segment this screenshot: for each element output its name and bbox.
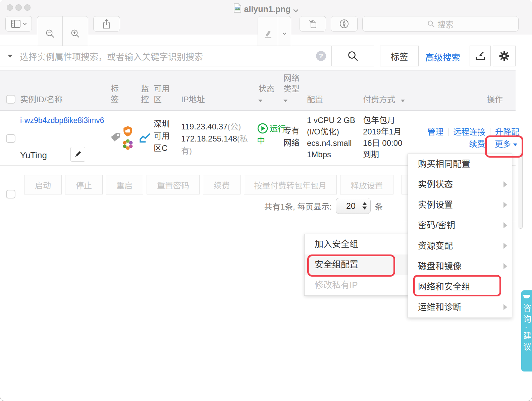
preview-search-field[interactable]: 搜索 [362, 16, 519, 32]
markup-icon [339, 19, 349, 29]
window-title: aliyun1.png [244, 4, 291, 14]
submenu-arrow-icon [503, 202, 507, 208]
submenu-arrow-icon [503, 181, 507, 187]
pencil-icon [73, 150, 82, 159]
pagination-unit: 条 [375, 200, 383, 212]
advanced-search-link[interactable]: 高级搜索 [425, 51, 460, 63]
submenu-arrow-icon [503, 222, 507, 228]
submenu-item-security-group-config[interactable]: 安全组配置 [305, 254, 410, 275]
submenu-item-modify-private-ip: 修改私有IP [305, 275, 410, 295]
ip-cell: 119.23.40.37(公) 172.18.255.148(私有) [181, 121, 248, 157]
manage-link[interactable]: 管理 [427, 127, 443, 136]
sidebar-toggle-button[interactable] [5, 16, 32, 32]
billing-filter-icon[interactable] [401, 100, 405, 102]
select-all-checkbox[interactable] [6, 95, 15, 104]
zoom-out-icon [45, 29, 55, 38]
document-icon [233, 3, 242, 15]
menu-item-resource-change[interactable]: 资源变配 [408, 236, 512, 256]
per-page-value: 20 [339, 201, 362, 211]
stop-button[interactable]: 停止 [65, 175, 103, 194]
public-ip: 119.23.40.37 [181, 122, 227, 131]
network-filter-icon[interactable] [283, 100, 287, 102]
row-checkbox[interactable] [6, 134, 15, 143]
edit-name-button[interactable] [70, 147, 85, 162]
header-tag: 标签 [111, 83, 120, 105]
scrollbar-thumb[interactable] [519, 154, 523, 229]
header-billing: 付费方式 [363, 94, 405, 105]
submenu-item-join-security-group[interactable]: 加入安全组 [305, 234, 410, 254]
reset-password-button[interactable]: 重置密码 [147, 175, 200, 194]
instance-filter-input[interactable]: 选择实例属性项搜索，或者输入关键字识别搜索 ? [0, 46, 331, 66]
feedback-side-tab[interactable]: 咨询·建议 [521, 290, 532, 371]
sidebar-icon [11, 19, 21, 28]
start-button[interactable]: 启动 [24, 175, 62, 194]
submenu-arrow-icon [503, 243, 507, 249]
per-page-stepper[interactable]: 20 [336, 198, 371, 214]
billing-cell: 包年包月2019年1月 16日 00:00到期 [363, 115, 402, 160]
tag-button-label: 标签 [390, 50, 408, 62]
remote-connect-link[interactable]: 远程连接 [453, 127, 485, 136]
filter-placeholder: 选择实例属性项搜索，或者输入关键字识别搜索 [20, 50, 316, 62]
tag-filter-button[interactable]: 标签 [380, 46, 419, 66]
tag-icon[interactable] [109, 131, 122, 146]
submenu-arrow-icon [503, 304, 507, 310]
menu-item-password-key[interactable]: 密码/密钥 [408, 215, 512, 236]
header-network-type: 网络类型 [283, 73, 304, 105]
menu-item-network-security-group[interactable]: 网络和安全组 [408, 277, 512, 297]
status-filter-icon[interactable] [258, 100, 262, 102]
instance-name: YuTing [20, 150, 47, 161]
more-caret-icon [513, 144, 517, 146]
help-icon[interactable]: ? [316, 51, 326, 61]
highlight-pen-icon [263, 29, 272, 38]
rotate-button[interactable] [300, 16, 326, 32]
titlebar: aliyun1.png [0, 0, 532, 35]
header-monitor: 监控 [141, 83, 150, 105]
security-shield-icon[interactable] [122, 125, 134, 139]
running-status-icon [257, 123, 268, 134]
renew-button[interactable]: 续费 [203, 175, 241, 194]
monitor-chart-icon[interactable] [139, 132, 151, 146]
title-chevron-icon[interactable] [293, 5, 299, 15]
chevron-down-icon [23, 22, 27, 25]
search-icon [347, 50, 359, 62]
submenu-arrow-icon [503, 263, 507, 269]
more-button[interactable]: 更多 [495, 139, 517, 149]
menu-item-disk-image[interactable]: 磁盘和镜像 [408, 256, 512, 277]
menu-item-buy-same-config[interactable]: 购买相同配置 [408, 154, 512, 174]
stepper-up-icon[interactable] [362, 202, 367, 205]
private-ip: 172.18.255.148 [181, 134, 237, 143]
convert-billing-button[interactable]: 按量付费转包年包月 [244, 175, 337, 194]
search-placeholder: 搜索 [437, 18, 454, 30]
rotate-icon [308, 19, 318, 29]
feedback-icon [523, 294, 531, 300]
settings-button[interactable] [493, 46, 516, 66]
menu-item-ops-diagnosis[interactable]: 运维和诊断 [408, 297, 512, 318]
filter-type-caret-icon[interactable] [8, 55, 12, 58]
renew-link[interactable]: 续费 [469, 139, 485, 149]
upgrade-link[interactable]: 升降配 [495, 127, 519, 136]
export-button[interactable] [470, 46, 491, 66]
network-type-cell: 专有网络 [283, 125, 302, 149]
header-instance-id: 实例ID/名称 [20, 94, 63, 105]
header-config: 配置 [307, 94, 323, 105]
release-settings-button[interactable]: 释放设置 [340, 175, 393, 194]
pagination: 共有1条, 每页显示: 20 条 [264, 198, 383, 214]
search-button[interactable] [331, 46, 374, 66]
resource-group-icon[interactable] [121, 137, 135, 154]
header-zone: 可用区 [154, 83, 172, 105]
stepper-down-icon[interactable] [362, 207, 367, 210]
markup-toolbar-button[interactable] [331, 16, 358, 32]
pagination-summary: 共有1条, 每页显示: [264, 200, 332, 212]
instance-id-link[interactable]: i-wz9b4zdbp8ike8i3imv6 [20, 115, 107, 126]
header-status: 状态 [258, 83, 278, 105]
share-button[interactable] [93, 16, 120, 32]
footer-checkbox[interactable] [6, 190, 15, 198]
header-operations: 操作 [487, 94, 503, 105]
operations-cell: 管理远程连接升降配 续费更多 [409, 126, 519, 150]
preview-window: aliyun1.png [0, 0, 532, 401]
config-cell: 1 vCPU 2 GB(I/O优化) ecs.n4.small1Mbps [307, 115, 355, 160]
zone-cell: 深圳可用区C [154, 118, 172, 154]
menu-item-instance-status[interactable]: 实例状态 [408, 174, 512, 195]
menu-item-instance-settings[interactable]: 实例设置 [408, 195, 512, 215]
restart-button[interactable]: 重启 [106, 175, 143, 194]
